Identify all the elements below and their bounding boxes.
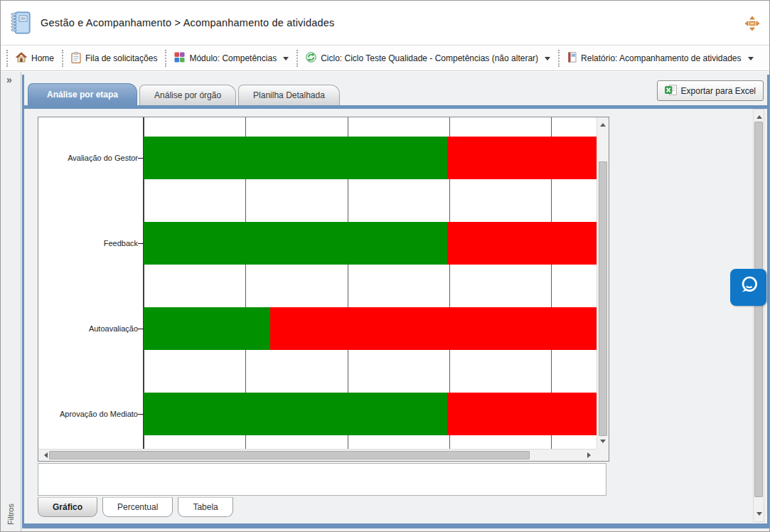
- chart-horizontal-scrollbar[interactable]: [38, 449, 597, 461]
- tab-percentual[interactable]: Percentual: [102, 497, 173, 517]
- chevron-down-icon: [283, 57, 289, 63]
- category-label: Autoavaliação: [38, 307, 138, 350]
- axis-tick: [138, 158, 144, 159]
- chat-bubble-icon: [737, 275, 760, 300]
- toolbar-item-label: Módulo: Competências: [189, 53, 277, 63]
- tab-bar: Análise por etapa Análise por órgão Plan…: [28, 79, 653, 105]
- export-excel-label: Exportar para Excel: [681, 86, 756, 96]
- expand-panel-icon[interactable]: »: [6, 74, 12, 85]
- bar-row: [144, 222, 597, 265]
- filters-collapsed-panel[interactable]: » Filtros: [1, 72, 21, 532]
- chart-view-tabs: Gráfico Percentual Tabela: [38, 497, 233, 517]
- toolbar-item-label: Ciclo: Ciclo Teste Qualidade - Competênc…: [321, 53, 538, 63]
- toolbar-item-home[interactable]: Home: [11, 50, 58, 67]
- bar-segment-green: [144, 222, 447, 265]
- notebook-icon: [10, 11, 31, 38]
- axis-tick: [138, 243, 144, 244]
- toolbar-item-modulo[interactable]: Módulo: Competências: [170, 50, 293, 67]
- category-label: Avaliação do Gestor: [38, 137, 138, 179]
- panel-vertical-scrollbar[interactable]: [753, 109, 764, 522]
- toolbar-separator: [6, 50, 8, 67]
- bar-segment-red: [270, 307, 597, 350]
- scroll-right-icon[interactable]: [587, 452, 594, 458]
- scroll-down-icon[interactable]: [600, 440, 606, 446]
- horizontal-scroll-thumb[interactable]: [49, 451, 530, 459]
- bars-region: [144, 117, 597, 449]
- home-icon: [16, 52, 27, 65]
- bar-row: [144, 393, 597, 435]
- axis-tick: [138, 414, 144, 415]
- chevron-down-icon: [748, 57, 754, 63]
- chart-container: Avaliação do GestorFeedbackAutoavaliação…: [38, 117, 609, 462]
- bar-row: [144, 307, 597, 350]
- chat-button[interactable]: [730, 269, 766, 306]
- scrollbar-corner: [597, 449, 609, 461]
- toolbar: Home Fila de solicitações: [1, 46, 769, 71]
- tab-tabela[interactable]: Tabela: [178, 497, 232, 517]
- app-window: Gestão e Acompanhamento > Acompanhamento…: [0, 0, 770, 532]
- toolbar-item-ciclo[interactable]: Ciclo: Ciclo Teste Qualidade - Competênc…: [301, 50, 555, 67]
- blue-accent-bar: [24, 105, 767, 109]
- export-excel-button[interactable]: Exportar para Excel: [657, 80, 764, 101]
- cycle-icon: [306, 52, 316, 65]
- toolbar-separator: [165, 50, 166, 67]
- report-icon: [567, 52, 577, 65]
- tab-grafico[interactable]: Gráfico: [38, 497, 97, 517]
- module-cube-icon: [174, 52, 185, 65]
- vertical-scroll-thumb[interactable]: [599, 161, 607, 436]
- toolbar-separator: [296, 50, 298, 67]
- content-panel: Análise por etapa Análise por órgão Plan…: [22, 75, 769, 528]
- axis-tick: [138, 329, 144, 329]
- chart-vertical-scrollbar[interactable]: [597, 117, 609, 449]
- bar-segment-green: [144, 393, 447, 435]
- tab-planilha-detalhada[interactable]: Planilha Detalhada: [238, 85, 340, 105]
- chevron-down-icon: [545, 57, 550, 63]
- clipboard-icon: [71, 52, 81, 65]
- scroll-up-icon[interactable]: [756, 112, 762, 119]
- toolbar-item-label: Fila de solicitações: [85, 53, 157, 63]
- scroll-up-icon[interactable]: [600, 120, 606, 127]
- tab-analise-por-etapa[interactable]: Análise por etapa: [28, 83, 137, 105]
- main-area: » Filtros Análise por etapa Análise por …: [1, 72, 769, 532]
- toolbar-item-label: Relatório: Acompanhamento de atividades: [581, 53, 741, 63]
- chart-plot-area: Avaliação do GestorFeedbackAutoavaliação…: [38, 117, 597, 449]
- toolbar-separator: [558, 50, 560, 67]
- y-axis-line: [143, 117, 144, 449]
- bar-row: [144, 137, 597, 179]
- bar-segment-green: [144, 307, 270, 350]
- panel-scroll-thumb[interactable]: [754, 122, 763, 497]
- scroll-down-icon[interactable]: [756, 512, 762, 518]
- app-header: Gestão e Acompanhamento > Acompanhamento…: [1, 1, 769, 46]
- toolbar-item-relatorio[interactable]: Relatório: Acompanhamento de atividades: [563, 50, 757, 67]
- excel-icon: [665, 85, 677, 97]
- category-label: Aprovação do Mediato: [38, 393, 138, 435]
- toolbar-separator: [62, 50, 63, 67]
- scroll-left-icon[interactable]: [41, 452, 48, 458]
- bar-segment-red: [447, 222, 597, 265]
- filters-vertical-label: Filtros: [6, 504, 15, 525]
- tab-analise-por-orgao[interactable]: Análise por órgão: [139, 85, 236, 105]
- bar-segment-red: [447, 393, 597, 435]
- chart-legend-box: [38, 463, 606, 496]
- page-title: Gestão e Acompanhamento > Acompanhamento…: [41, 1, 334, 46]
- bar-segment-red: [447, 137, 597, 179]
- move-icon[interactable]: [744, 15, 761, 35]
- toolbar-item-label: Home: [31, 53, 54, 63]
- toolbar-item-fila-solicitacoes[interactable]: Fila de solicitações: [67, 50, 161, 68]
- bar-segment-green: [144, 137, 447, 179]
- category-label: Feedback: [38, 222, 138, 265]
